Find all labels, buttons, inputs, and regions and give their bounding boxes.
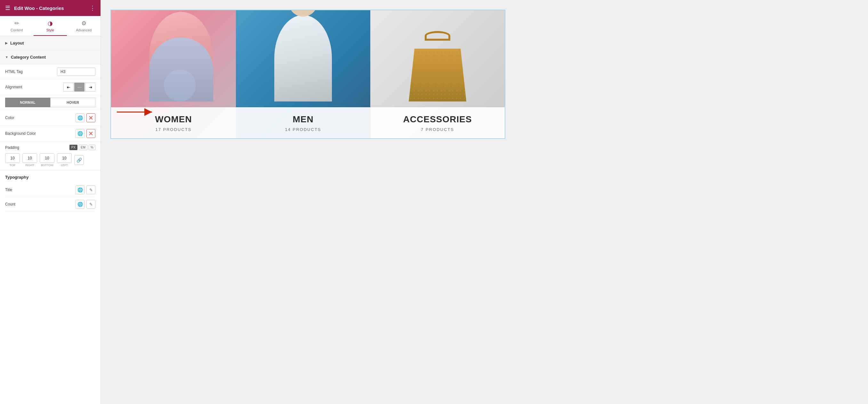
unit-percent-button[interactable]: % — [89, 145, 95, 150]
sidebar: ☰ Edit Woo - Categories ⋮ ✏ Content ◑ St… — [0, 0, 101, 404]
accessories-overlay: ACCESSORIES 7 PRODUCTS — [370, 107, 505, 138]
hamburger-icon[interactable]: ☰ — [5, 4, 10, 11]
padding-left-input[interactable] — [57, 153, 72, 163]
color-label: Color — [5, 116, 14, 120]
canvas-wrapper: WOMEN 17 PRODUCTS — [111, 10, 859, 139]
align-center-button[interactable]: ⋯ — [74, 83, 85, 92]
padding-right-input[interactable] — [22, 153, 37, 163]
padding-top-input[interactable] — [5, 153, 20, 163]
typo-title-label: Title — [5, 188, 12, 192]
men-count: 14 PRODUCTS — [242, 127, 364, 132]
padding-link-button[interactable]: 🔗 — [74, 155, 84, 165]
bg-clear-x-icon — [89, 131, 93, 136]
advanced-icon: ⚙ — [81, 20, 86, 27]
layout-label: Layout — [10, 41, 24, 45]
padding-header-row: Padding PX EM % — [0, 142, 100, 152]
align-left-button[interactable]: ⇤ — [63, 83, 73, 92]
tab-advanced-label: Advanced — [76, 28, 92, 32]
canvas-area: WOMEN 17 PRODUCTS — [101, 0, 868, 404]
men-card: MEN 14 PRODUCTS — [236, 10, 370, 138]
accessories-name: ACCESSORIES — [377, 114, 498, 125]
typo-title-edit-button[interactable]: ✎ — [86, 185, 95, 194]
normal-hover-row: NORMAL HOVER — [0, 95, 100, 110]
tab-style-label: Style — [46, 28, 54, 32]
hover-button[interactable]: HOVER — [50, 98, 95, 107]
html-tag-select[interactable]: H3 H1 H2 H4 H5 H6 div span p — [57, 67, 95, 76]
clear-x-icon — [89, 116, 93, 120]
category-content-section-header[interactable]: ▼ Category Content — [0, 50, 100, 64]
padding-bottom-group: BOTTOM — [40, 153, 54, 167]
padding-right-label: RIGHT — [25, 163, 34, 167]
padding-unit-group: PX EM % — [69, 145, 95, 150]
bag-handle — [425, 31, 450, 41]
accessories-card: ACCESSORIES 7 PRODUCTS — [370, 10, 505, 138]
typo-count-label: Count — [5, 202, 16, 207]
sidebar-collapse-handle[interactable]: ‹ — [100, 195, 101, 209]
tab-style[interactable]: ◑ Style — [34, 16, 67, 36]
main-content: WOMEN 17 PRODUCTS — [101, 0, 868, 404]
bg-color-clear-button[interactable] — [86, 129, 95, 138]
categories-grid: WOMEN 17 PRODUCTS — [111, 10, 505, 138]
alignment-group: ⇤ ⋯ ⇥ — [63, 83, 95, 92]
padding-bottom-input[interactable] — [40, 153, 54, 163]
men-name: MEN — [242, 114, 364, 125]
tab-advanced[interactable]: ⚙ Advanced — [67, 16, 100, 36]
women-overlay: WOMEN 17 PRODUCTS — [111, 107, 236, 138]
sidebar-title: Edit Woo - Categories — [14, 5, 64, 11]
typography-title-row: Title 🌐 ✎ — [5, 183, 95, 197]
html-tag-label: HTML Tag — [5, 69, 37, 74]
tab-content-label: Content — [10, 28, 23, 32]
typography-count-row: Count 🌐 ✎ — [5, 197, 95, 212]
background-color-label: Background Color — [5, 131, 36, 136]
color-clear-button[interactable] — [86, 113, 95, 122]
accessories-count: 7 PRODUCTS — [377, 127, 498, 132]
women-name: WOMEN — [118, 114, 229, 125]
unit-px-button[interactable]: PX — [69, 145, 78, 150]
padding-inputs-row: TOP RIGHT BOTTOM LEFT 🔗 — [0, 152, 100, 170]
typography-section: Typography Title 🌐 ✎ Count 🌐 ✎ — [0, 170, 100, 214]
padding-left-group: LEFT — [57, 153, 72, 167]
typo-count-globe-button[interactable]: 🌐 — [75, 200, 85, 209]
color-row: Color 🌐 — [0, 110, 100, 126]
typo-title-globe-button[interactable]: 🌐 — [75, 185, 85, 194]
women-count: 17 PRODUCTS — [118, 127, 229, 132]
normal-button[interactable]: NORMAL — [5, 98, 50, 107]
layout-arrow-icon: ▶ — [5, 41, 8, 45]
padding-right-group: RIGHT — [22, 153, 37, 167]
grid-icon[interactable]: ⋮ — [90, 4, 95, 11]
tab-content[interactable]: ✏ Content — [0, 16, 34, 36]
sidebar-header: ☰ Edit Woo - Categories ⋮ — [0, 0, 100, 16]
style-icon: ◑ — [48, 20, 53, 27]
category-content-section: HTML Tag H3 H1 H2 H4 H5 H6 div span p — [0, 64, 100, 214]
background-color-row: Background Color 🌐 — [0, 126, 100, 142]
typo-count-edit-button[interactable]: ✎ — [86, 200, 95, 209]
unit-em-button[interactable]: EM — [79, 145, 87, 150]
bag-pattern — [409, 31, 466, 101]
padding-label: Padding — [5, 145, 19, 150]
canvas-border: WOMEN 17 PRODUCTS — [111, 10, 505, 139]
category-content-label: Category Content — [11, 55, 46, 60]
women-card: WOMEN 17 PRODUCTS — [111, 10, 236, 138]
align-right-button[interactable]: ⇥ — [85, 83, 95, 92]
men-overlay: MEN 14 PRODUCTS — [236, 107, 370, 138]
alignment-label: Alignment — [5, 85, 37, 89]
category-content-arrow-icon: ▼ — [5, 55, 8, 59]
women-shirt — [149, 37, 213, 101]
color-globe-button[interactable]: 🌐 — [75, 113, 85, 122]
men-figure — [274, 15, 332, 101]
layout-section-header[interactable]: ▶ Layout — [0, 36, 100, 50]
content-icon: ✏ — [14, 20, 19, 27]
typography-title: Typography — [5, 175, 95, 180]
padding-bottom-label: BOTTOM — [41, 163, 53, 167]
padding-left-label: LEFT — [61, 163, 68, 167]
bg-color-globe-button[interactable]: 🌐 — [75, 129, 85, 138]
padding-top-label: TOP — [9, 163, 16, 167]
padding-top-group: TOP — [5, 153, 20, 167]
html-tag-row: HTML Tag H3 H1 H2 H4 H5 H6 div span p — [0, 64, 100, 80]
alignment-row: Alignment ⇤ ⋯ ⇥ — [0, 80, 100, 95]
sidebar-tabs: ✏ Content ◑ Style ⚙ Advanced — [0, 16, 100, 36]
men-head — [289, 10, 317, 17]
